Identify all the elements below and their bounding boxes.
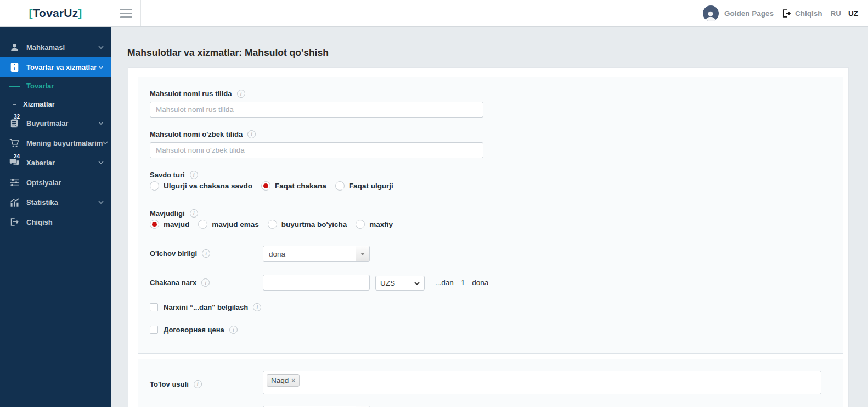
chevron-down-icon [98, 65, 104, 69]
olchov-birligi-select[interactable]: dona [263, 246, 370, 262]
sidebar-item-mahkamasi[interactable]: Mahkamasi [0, 37, 111, 57]
info-icon[interactable]: i [247, 130, 256, 138]
checkbox-icon[interactable] [150, 303, 158, 311]
radio-option-mavjud[interactable]: mavjud [150, 220, 189, 229]
info-icon[interactable]: i [190, 209, 198, 218]
info-icon[interactable]: i [190, 171, 198, 179]
svg-text:t: t [13, 65, 15, 71]
sliders-icon [9, 178, 20, 187]
sidebar-item-buyurtmalar[interactable]: 32 Buyurtmalar [0, 113, 111, 133]
radio-option-maxfiy[interactable]: maxfiy [356, 220, 393, 229]
dogovornaya-cena-checkbox-row[interactable]: Договорная цена i [150, 326, 238, 334]
sidebar-item-label: Statistika [26, 198, 58, 207]
payment-section: To'lov usuli i Naqd × [138, 359, 843, 407]
sidebar-item-tovarlar-va-xizmatlar[interactable]: t Tovarlar va xizmatlar [0, 57, 111, 77]
header-logout-link[interactable]: Chiqish [795, 9, 822, 18]
sidebar-item-label: Buyurtmalar [26, 119, 69, 127]
caret-down-icon [414, 282, 420, 285]
sidebar-item-xabarlar[interactable]: 24 Xabarlar [0, 153, 111, 172]
info-icon[interactable]: i [194, 380, 202, 388]
logout-icon [9, 218, 20, 226]
radio-icon-checked[interactable] [261, 181, 270, 191]
logo-bracket-left: [ [29, 7, 32, 19]
logout-icon[interactable] [782, 9, 791, 18]
xabarlar-count-badge: 24 [14, 153, 20, 159]
sidebar-subitem-label: Tovarlar [26, 82, 54, 90]
hamburger-icon [120, 9, 132, 18]
info-icon[interactable]: i [202, 249, 210, 258]
chart-icon [9, 198, 20, 207]
user-silhouette-icon [704, 9, 717, 21]
radio-option-buyurtma-boyicha[interactable]: buyurtma bo'yicha [268, 220, 347, 229]
clipboard-icon [9, 119, 20, 128]
sidebar-subitem-label: Xizmatlar [23, 100, 55, 108]
sidebar-item-label: Chiqish [26, 218, 53, 226]
dropdown-arrow-button[interactable] [356, 246, 369, 261]
avatar[interactable] [703, 5, 719, 21]
chevron-down-icon [98, 46, 104, 49]
payment-tag-chip: Naqd × [267, 374, 300, 387]
chakana-narx-input[interactable] [263, 275, 370, 291]
active-dash-icon [9, 86, 20, 87]
menu-toggle-button[interactable] [111, 0, 141, 26]
radio-option-ulgurji-va-chakana[interactable]: Ulgurji va chakana savdo [150, 181, 252, 191]
person-icon [9, 43, 20, 52]
name-ru-input[interactable] [150, 102, 483, 118]
sidebar-item-mening-buyurtmalarim[interactable]: Mening buyurtmalarim [0, 133, 111, 153]
radio-icon-checked[interactable] [150, 220, 159, 229]
info-icon[interactable]: i [253, 303, 261, 311]
chevron-down-icon [98, 200, 104, 204]
info-icon[interactable]: i [229, 326, 238, 334]
chip-label: Naqd [271, 376, 289, 384]
radio-icon[interactable] [356, 220, 365, 229]
selected-value: dona [269, 250, 285, 258]
info-icon[interactable]: i [201, 278, 210, 287]
product-details-section: Mahsulot nomi rus tilida i Mahsulot nomi… [138, 77, 843, 354]
sidebar-item-label: Mening buyurtmalarim [26, 139, 103, 147]
info-icon[interactable]: i [237, 90, 245, 98]
tolov-usuli-tags-input[interactable]: Naqd × [263, 371, 821, 394]
caret-down-icon [360, 253, 365, 255]
narxini-dan-checkbox-row[interactable]: Narxini “...dan" belgilash i [150, 303, 261, 311]
savdo-turi-radio-group: Ulgurji va chakana savdo Faqat chakana F… [150, 181, 393, 191]
buyurtmalar-count-badge: 32 [14, 114, 20, 120]
logo[interactable]: [TovarUz] [0, 0, 111, 26]
mavjudligi-label: Mavjudligi i [150, 209, 198, 218]
sidebar-subitem-xizmatlar[interactable]: Xizmatlar [0, 95, 111, 113]
sidebar-item-label: Optsiyalar [26, 179, 61, 187]
tolov-usuli-label: To'lov usuli i [150, 380, 202, 388]
radio-icon[interactable] [150, 181, 159, 191]
name-uz-label: Mahsulot nomi o'zbek tilida i [150, 130, 256, 138]
radio-option-faqat-chakana[interactable]: Faqat chakana [261, 181, 326, 191]
chakana-narx-label: Chakana narx i [150, 278, 210, 287]
main-content: Mahsulotlar va xizmatlar: Mahsulot qo'sh… [111, 27, 868, 407]
radio-option-faqat-ulgurji[interactable]: Faqat ulgurji [335, 181, 393, 191]
suffix-qty: 1 [461, 278, 465, 287]
chevron-down-icon [98, 161, 104, 164]
cart-icon [9, 138, 20, 148]
form-card: Mahsulot nomi rus tilida i Mahsulot nomi… [128, 67, 849, 407]
sidebar-subitem-tovarlar[interactable]: Tovarlar [0, 77, 111, 95]
price-suffix: ...dan 1 dona [435, 278, 488, 287]
sidebar-item-label: Xabarlar [26, 159, 55, 167]
lang-switch-uz[interactable]: UZ [848, 9, 858, 18]
currency-select[interactable]: UZS [375, 276, 425, 291]
sidebar: Mahkamasi t Tovarlar va xizmatlar Tovarl… [0, 27, 111, 407]
top-bar: [TovarUz] Golden Pages Chiqish RU UZ [0, 0, 868, 27]
sidebar-item-chiqish[interactable]: Chiqish [0, 212, 111, 232]
lang-switch-ru[interactable]: RU [831, 9, 842, 18]
radio-icon[interactable] [335, 181, 345, 191]
mavjudligi-radio-group: mavjud mavjud emas buyurtma bo'yicha max… [150, 220, 393, 229]
logo-text: TovarUz [33, 7, 78, 19]
name-uz-input[interactable] [150, 142, 483, 158]
sidebar-item-optsiyalar[interactable]: Optsiyalar [0, 172, 111, 192]
radio-option-mavjud-emas[interactable]: mavjud emas [198, 220, 259, 229]
checkbox-icon[interactable] [150, 326, 158, 334]
remove-tag-icon[interactable]: × [291, 377, 295, 384]
sidebar-item-label: Mahkamasi [26, 43, 65, 52]
sidebar-item-statistika[interactable]: Statistika [0, 192, 111, 212]
sidebar-item-label: Tovarlar va xizmatlar [26, 63, 97, 71]
radio-icon[interactable] [268, 220, 277, 229]
radio-icon[interactable] [198, 220, 207, 229]
chevron-down-icon [98, 121, 104, 125]
